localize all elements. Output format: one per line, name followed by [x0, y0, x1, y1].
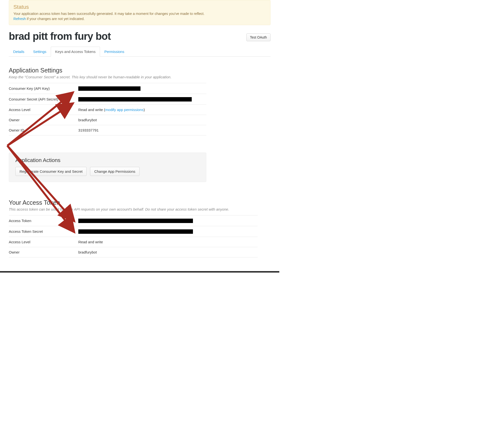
token-access-level-label: Access Level: [9, 237, 78, 247]
tab-details: Details: [9, 47, 29, 57]
app-actions-title: Application Actions: [15, 157, 200, 163]
access-token-subtitle: This access token can be used to make AP…: [9, 207, 271, 211]
consumer-key-value-redacted: [78, 86, 141, 91]
token-owner-label: Owner: [9, 247, 78, 257]
tab-keys-tokens-link[interactable]: Keys and Access Tokens: [51, 47, 100, 57]
bottom-bar: [0, 271, 279, 273]
access-token-label: Access Token: [9, 215, 78, 226]
app-settings-subtitle: Keep the "Consumer Secret" a secret. Thi…: [9, 75, 271, 79]
row-access-token: Access Token: [9, 215, 258, 226]
modify-permissions-link[interactable]: modify app permissions: [105, 108, 144, 112]
access-token-secret-value-redacted: [78, 229, 193, 234]
owner-value: bradfurybot: [78, 115, 206, 125]
access-token-title: Your Access Token: [9, 199, 271, 206]
row-consumer-key: Consumer Key (API Key): [9, 83, 206, 94]
row-access-level: Access Level Read and write (modify app …: [9, 105, 206, 115]
token-owner-value: bradfurybot: [78, 247, 258, 257]
tab-permissions: Permissions: [100, 47, 129, 57]
app-title: brad pitt from fury bot: [9, 31, 111, 42]
access-level-label: Access Level: [9, 105, 78, 115]
row-consumer-secret: Consumer Secret (API Secret): [9, 94, 206, 105]
access-level-value: Read and write: [78, 108, 103, 112]
alert-text: Your application access token has been s…: [13, 12, 204, 16]
row-token-access-level: Access Level Read and write: [9, 237, 258, 247]
access-token-secret-label: Access Token Secret: [9, 226, 78, 237]
tabs: Details Settings Keys and Access Tokens …: [9, 47, 271, 57]
tab-details-link[interactable]: Details: [9, 47, 29, 57]
alert-body: Your application access token has been s…: [13, 11, 266, 21]
tab-settings-link[interactable]: Settings: [29, 47, 51, 57]
owner-label: Owner: [9, 115, 78, 125]
alert-title: Status: [13, 4, 266, 10]
alert-suffix: if your changes are not yet indicated.: [26, 17, 85, 21]
refresh-link[interactable]: Refresh: [13, 17, 26, 21]
row-owner: Owner bradfurybot: [9, 115, 206, 125]
tab-keys-tokens: Keys and Access Tokens: [51, 47, 100, 57]
app-actions-panel: Application Actions Regenerate Consumer …: [9, 153, 206, 182]
change-permissions-button[interactable]: Change App Permissions: [90, 167, 139, 176]
access-token-table: Access Token Access Token Secret Access …: [9, 215, 258, 257]
consumer-secret-value-redacted: [78, 97, 192, 102]
status-alert: Status Your application access token has…: [9, 0, 271, 25]
tab-permissions-link[interactable]: Permissions: [100, 47, 129, 57]
owner-id-value: 3193337791: [78, 125, 206, 135]
consumer-key-label: Consumer Key (API Key): [9, 83, 78, 94]
row-access-token-secret: Access Token Secret: [9, 226, 258, 237]
owner-id-label: Owner ID: [9, 125, 78, 135]
app-settings-title: Application Settings: [9, 67, 271, 74]
token-access-level-value: Read and write: [78, 237, 258, 247]
row-token-owner: Owner bradfurybot: [9, 247, 258, 257]
regenerate-key-button[interactable]: Regenerate Consumer Key and Secret: [15, 167, 87, 176]
row-owner-id: Owner ID 3193337791: [9, 125, 206, 135]
app-settings-table: Consumer Key (API Key) Consumer Secret (…: [9, 83, 206, 135]
tab-settings: Settings: [29, 47, 51, 57]
test-oauth-button[interactable]: Test OAuth: [246, 33, 271, 41]
consumer-secret-label: Consumer Secret (API Secret): [9, 94, 78, 105]
access-token-value-redacted: [78, 219, 193, 223]
